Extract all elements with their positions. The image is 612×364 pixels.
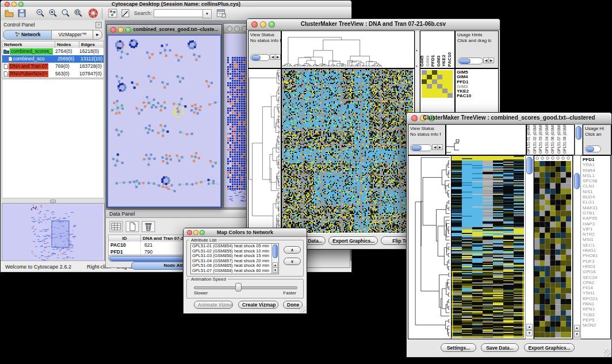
scroll-thumb[interactable]: [526, 157, 533, 174]
gene-label[interactable]: SEC1: [581, 243, 610, 248]
scroll-thumb[interactable]: [586, 147, 594, 152]
gene-label[interactable]: RPN1: [581, 306, 610, 312]
gene-label[interactable]: CPA2: [581, 280, 610, 285]
tv2-row-dendrogram[interactable]: [408, 155, 452, 339]
tv1-heatmap[interactable]: [281, 68, 415, 235]
gene-label[interactable]: HAP3: [581, 221, 610, 227]
table-icon[interactable]: [109, 221, 123, 232]
search-dropdown-button[interactable]: ▼: [202, 9, 212, 18]
scroll-up-icon[interactable]: ▲: [526, 324, 533, 330]
save-icon[interactable]: [17, 8, 27, 18]
new-attribute-icon[interactable]: [125, 221, 139, 232]
tv2-col-tree-canvas[interactable]: [446, 125, 525, 154]
network-tree-row[interactable]: DNA and Tran 07769(0)183728(0): [2, 63, 104, 70]
zoom-in-icon[interactable]: [48, 8, 58, 18]
save-data-button[interactable]: Save Data...: [481, 343, 519, 352]
network-window-title-bar[interactable]: combined_scores_good.txt--cluste...: [107, 25, 221, 35]
tv2-hints-scrollbar[interactable]: [585, 145, 601, 152]
gene-label[interactable]: HRD3: [581, 264, 610, 269]
tv1-row-dendrogram-canvas[interactable]: [248, 69, 280, 233]
tv1-column-dendrogram[interactable]: [281, 30, 415, 68]
tv1-hints-scrollbar[interactable]: [458, 58, 483, 64]
network-canvas[interactable]: [108, 36, 219, 205]
treeview2-title-bar[interactable]: ClusterMaker TreeView : combined_scores_…: [407, 113, 611, 124]
gene-label[interactable]: MON2: [581, 323, 610, 328]
gene-label[interactable]: PFD1: [581, 157, 610, 162]
gene-label[interactable]: YRA1: [581, 162, 610, 167]
gene-label[interactable]: PAC10: [456, 94, 498, 98]
gene-label[interactable]: ELG1: [581, 200, 610, 205]
gene-label[interactable]: RNR4: [581, 168, 610, 173]
search-input[interactable]: [154, 9, 203, 17]
export-graphics-button[interactable]: Export Graphics...: [524, 343, 575, 352]
gene-label[interactable]: FIG4: [581, 285, 610, 290]
scroll-right-icon[interactable]: ▶: [275, 54, 281, 60]
birdseye-view[interactable]: [2, 203, 105, 265]
tv1-heatmap-canvas[interactable]: [282, 69, 413, 233]
gene-label[interactable]: CLN1: [581, 183, 610, 189]
speed-slider-thumb[interactable]: [235, 283, 242, 292]
gene-label[interactable]: KAP95: [581, 216, 610, 221]
scroll-up-icon[interactable]: ▲: [574, 325, 580, 331]
tv1-row-dendrogram[interactable]: [248, 68, 281, 235]
vizmapper-icon[interactable]: [108, 8, 118, 18]
scroll-thumb[interactable]: [273, 244, 278, 258]
panel-splitter[interactable]: [1, 198, 105, 203]
col-network[interactable]: Network: [2, 41, 55, 48]
scroll-down-icon[interactable]: ▼: [574, 331, 580, 338]
zoom-out-icon[interactable]: [35, 8, 45, 18]
create-vizmap-button[interactable]: Create Vizmap: [238, 301, 278, 309]
gene-label[interactable]: NIS1: [581, 189, 610, 194]
attribute-item[interactable]: GPL51-07 (GSM868) heat shock 60 min: [191, 269, 278, 274]
gene-label[interactable]: HMG1: [581, 248, 610, 253]
gene-label[interactable]: BUD4: [581, 194, 610, 200]
resize-grip[interactable]: [299, 306, 306, 313]
tv2-status-scrollbar[interactable]: [410, 144, 432, 151]
network-tree-row[interactable]: combined_scores_2764(0)16218(0): [2, 48, 104, 55]
tv2-heatmap[interactable]: [451, 155, 526, 339]
gene-label[interactable]: MSI1: [581, 237, 610, 242]
tv2-labels-scrollbar[interactable]: [575, 124, 583, 155]
animate-vizmap-button[interactable]: Animate Vizmap: [194, 301, 233, 309]
open-file-icon[interactable]: [4, 8, 14, 18]
tab-more-button[interactable]: ▶: [93, 30, 102, 40]
close-button[interactable]: [110, 27, 116, 33]
gene-label[interactable]: PUF3: [581, 259, 610, 264]
gene-label[interactable]: NTR2: [581, 232, 610, 237]
scroll-down-icon[interactable]: ▼: [273, 267, 278, 273]
scroll-right-icon[interactable]: ▶: [437, 144, 443, 150]
tv2-row-dendrogram-canvas[interactable]: [408, 156, 450, 338]
list-scrollbar[interactable]: ▲ ▼: [271, 244, 278, 274]
tv2-column-dendrogram-area[interactable]: [446, 124, 526, 155]
tv2-zoom-heatmap[interactable]: [534, 155, 573, 339]
gene-label[interactable]: PAN1: [581, 301, 610, 306]
gene-label[interactable]: PEP5: [581, 317, 610, 323]
gene-label[interactable]: SPC98: [581, 178, 610, 183]
network-tree-row[interactable]: RNAPuberNov2+563(0)107847(0): [2, 70, 104, 78]
delete-attribute-icon[interactable]: [141, 221, 155, 232]
scroll-right-icon[interactable]: ▶: [488, 58, 494, 63]
tv2-heatmap-canvas[interactable]: [452, 156, 524, 338]
gene-label[interactable]: YSH1: [581, 290, 610, 296]
attribute-browser-icon[interactable]: [216, 8, 226, 18]
speed-slider-track[interactable]: [194, 286, 297, 289]
scroll-thumb[interactable]: [576, 126, 582, 140]
resize-grip[interactable]: [604, 350, 611, 357]
annotation-icon[interactable]: [120, 8, 131, 18]
network-tree-row[interactable]: combined_sco2569(6)13112(15): [2, 55, 104, 63]
move-up-button[interactable]: ∧: [284, 246, 301, 254]
gene-label[interactable]: RPO21: [581, 296, 610, 301]
col-edges[interactable]: Edges: [79, 41, 104, 48]
col-nodes[interactable]: Nodes: [55, 41, 79, 48]
tv2-genes-scrollbar[interactable]: ▲ ▼: [573, 155, 581, 339]
gene-label[interactable]: GPI16: [581, 269, 610, 274]
minimize-button[interactable]: [234, 26, 240, 32]
gene-label[interactable]: TCB3: [581, 312, 610, 317]
scroll-down-icon[interactable]: ▼: [526, 330, 533, 336]
settings-button[interactable]: Settings...: [441, 343, 476, 352]
scroll-thumb[interactable]: [574, 173, 580, 189]
gene-label[interactable]: PHO81: [581, 253, 610, 258]
scroll-thumb[interactable]: [459, 59, 471, 64]
attribute-list[interactable]: GPL51-01 (GSM854) heat shock 05 minGPL51…: [190, 243, 279, 274]
move-down-button[interactable]: ∨: [284, 258, 301, 265]
